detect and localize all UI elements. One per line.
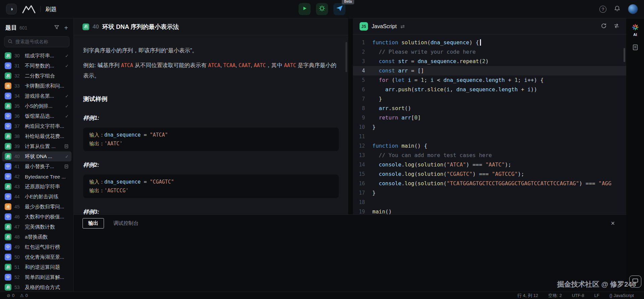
difficulty-badge: 中 (5, 274, 11, 281)
problem-list-item[interactable]: 易30组成字符串...✓ (2, 51, 71, 61)
problem-list-item[interactable]: 中49红包运气排行榜 (2, 242, 71, 252)
problem-list-item[interactable]: 中37构造回文字符串... (2, 121, 71, 131)
close-console-icon[interactable]: × (608, 220, 618, 227)
code-line[interactable]: 18 (353, 198, 626, 207)
code-line[interactable]: 1function solution(dna_sequence) { (353, 38, 626, 47)
problem-list-item[interactable]: 中34游戏排名第...✓ (2, 91, 71, 101)
problem-list-item[interactable]: 中44小E的射击训练 (2, 192, 71, 202)
code-line[interactable]: 6 arr.push(str.slice(i, dna_sequence.len… (353, 85, 626, 94)
problem-list-item[interactable]: 中31不同整数的...✓ (2, 61, 71, 71)
language-selector[interactable]: JavaScript (372, 23, 397, 30)
problem-list-item[interactable]: 易51和的逆运算问题 (2, 262, 71, 272)
code-line[interactable]: 13 // You can add more test cases here (353, 151, 626, 160)
tab-debug-console[interactable]: 调试控制台 (113, 220, 139, 227)
tab-output[interactable]: 输出 (83, 218, 104, 229)
code-line[interactable]: 7 } (353, 94, 626, 104)
search-input[interactable]: 搜索题号或名称 (4, 36, 69, 47)
line-number: 12 (353, 141, 372, 151)
code-line[interactable]: 16 console.log(solution("TCATGGAGTGCTCCT… (353, 179, 626, 188)
problem-list-item[interactable]: 难33卡牌翻面求和问... (2, 81, 71, 91)
code-line[interactable]: 8 arr.sort() (353, 104, 626, 113)
warnings-indicator[interactable]: ⚠ 0 (20, 293, 28, 298)
code-line[interactable]: 10} (353, 122, 626, 132)
code-line[interactable]: 9 return arr[0] (353, 113, 626, 122)
user-avatar[interactable] (628, 4, 638, 14)
code-line[interactable]: 3 const str = dna_sequence.repeat(2) (353, 57, 626, 66)
problem-scrollbar[interactable] (345, 42, 347, 72)
cursor-position[interactable]: 行 4, 列 12 (517, 293, 538, 299)
problem-title: 红包运气排行榜 (25, 244, 69, 250)
problem-list-item[interactable]: 易32二分数字组合 (2, 71, 71, 81)
code-line[interactable]: 11 (353, 132, 626, 141)
warning-icon: ⚠ (20, 293, 24, 298)
problem-number: 43 (14, 184, 22, 189)
inline-code: TCAA (223, 62, 235, 68)
code-editor[interactable]: 1function solution(dna_sequence) {2 // P… (353, 35, 626, 214)
problem-example-text: 例如: 碱基序列 ATCA 从不同位置读取可能的表示有 ATCA, TCAA, … (83, 60, 339, 81)
problem-number: 34 (14, 93, 22, 99)
notifications-bell-icon[interactable] (614, 5, 621, 13)
language-swap-icon[interactable]: ⇄ (400, 23, 405, 30)
problem-list-item[interactable]: 中46大数和中的极值... (2, 212, 71, 222)
problem-list-item[interactable]: 易47完美偶数计数 (2, 222, 71, 232)
reset-code-icon[interactable] (601, 23, 607, 30)
problem-list-item[interactable]: 易43还原原始字符串 (2, 182, 71, 192)
indentation-setting[interactable]: 空格: 2 (548, 293, 562, 299)
code-line[interactable]: 5 for (let i = 1; i < dna_sequence.lengt… (353, 76, 626, 85)
submit-button[interactable]: Beta (333, 3, 345, 15)
panel-splitter[interactable] (348, 18, 353, 214)
code-line[interactable]: 15 console.log(solution("CGAGTC") === "A… (353, 169, 626, 179)
line-number: 4 (353, 66, 372, 76)
errors-indicator[interactable]: ⊘ 0 (7, 293, 14, 298)
problem-list-item[interactable]: 中52简单四则运算解... (2, 272, 71, 282)
help-icon[interactable]: ? (599, 6, 606, 13)
code-line[interactable]: 17} (353, 188, 626, 198)
code-line[interactable]: 19main() (353, 207, 626, 214)
ai-assistant-button[interactable]: AI (631, 22, 640, 38)
language-mode[interactable]: {} JavaScript (609, 293, 634, 298)
difficulty-badge: 中 (5, 113, 11, 119)
problem-list-item[interactable]: 易53及格的组合方式 (2, 282, 71, 292)
eol-setting[interactable]: LF (594, 293, 599, 298)
editor-scrollbar[interactable] (624, 48, 625, 62)
problem-list-item[interactable]: 中41最小替换子... (2, 161, 71, 171)
code-line[interactable]: 2 // Please write your code here (353, 47, 626, 57)
problem-list-item[interactable]: 中36饭馆菜品选...✓ (2, 111, 71, 121)
problem-list-item[interactable]: 中42Bytedance Tree ... (2, 171, 71, 182)
problem-body: 到字典序最小的序列，即该序列的“最小表示”。 例如: 碱基序列 ATCA 从不同… (74, 35, 348, 214)
difficulty-badge: 易 (5, 264, 11, 270)
problem-list-item[interactable]: 中50优化青海湖至景... (2, 252, 71, 262)
problem-list-item[interactable]: 易40环状 DNA ...✓ (2, 151, 71, 161)
debug-test-button[interactable] (316, 3, 328, 15)
problem-list-item[interactable]: 易39计算从位置 ... (2, 141, 71, 151)
problem-number: 47 (14, 224, 22, 230)
run-button[interactable] (299, 3, 311, 15)
sidebar-toggle-button[interactable]: ◑ (6, 4, 17, 14)
search-placeholder: 搜索题号或名称 (15, 39, 48, 45)
sidebar-title: 题目 (5, 24, 17, 32)
encoding-setting[interactable]: UTF-8 (572, 293, 584, 298)
problem-number: 35 (14, 103, 22, 109)
code-line[interactable]: 14 console.log(solution("ATCA") === "AAT… (353, 160, 626, 169)
problem-number: 49 (14, 244, 22, 250)
problem-list-item[interactable]: 易35小S的倒排...✓ (2, 101, 71, 111)
problem-number: 52 (14, 275, 22, 280)
editor-header: JS JavaScript ⇄ (353, 18, 626, 35)
add-problem-button[interactable]: + (64, 24, 68, 31)
problem-list-item[interactable]: 难45最少步数归零问... (2, 202, 71, 212)
error-icon: ⊘ (7, 293, 10, 298)
filter-funnel-icon[interactable] (54, 24, 59, 31)
submission-record-icon[interactable] (632, 44, 639, 52)
compare-code-icon[interactable] (613, 23, 620, 30)
code-line[interactable]: 4 const arr = [] (353, 66, 626, 76)
play-icon (302, 6, 307, 12)
problem-list-item[interactable]: 易48a替换函数 (2, 232, 71, 242)
problem-number: 42 (14, 174, 22, 179)
code-line[interactable]: 12function main() { (353, 141, 626, 151)
paper-plane-icon (336, 5, 343, 13)
half-circle-icon: ◑ (10, 6, 13, 12)
problem-title: 计算从位置 ... (25, 143, 61, 150)
app-logo-icon[interactable] (22, 5, 36, 13)
problem-list-item[interactable]: 易38补给站最优花费... (2, 131, 71, 141)
nav-practice[interactable]: 刷题 (45, 5, 57, 13)
